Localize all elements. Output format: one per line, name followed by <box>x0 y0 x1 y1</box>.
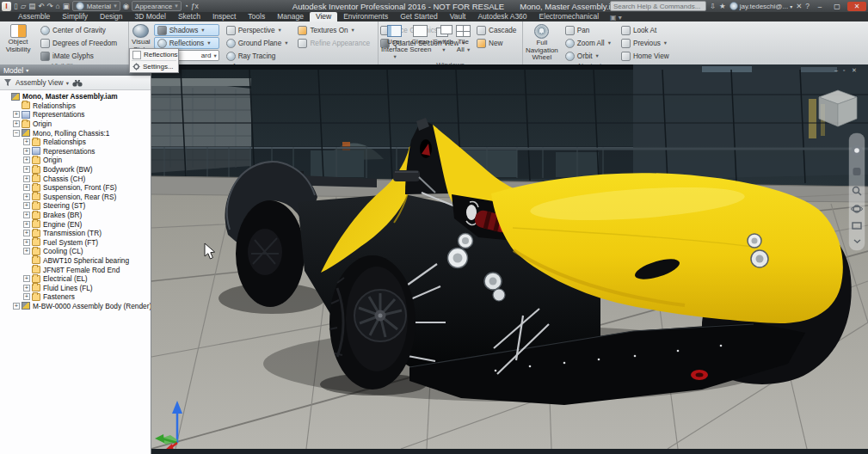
tree-item[interactable]: +Electrical (EL) <box>0 274 151 284</box>
tab-vault[interactable]: Vault <box>444 12 472 21</box>
render-icon[interactable]: ▣ <box>63 2 70 10</box>
clean-screen-button[interactable]: Clean Screen <box>409 23 431 53</box>
expand-icon[interactable]: + <box>23 230 30 236</box>
tree-item[interactable]: Mono, Master Assembly.iam <box>0 92 151 101</box>
center-of-gravity-button[interactable]: Center of Gravity <box>37 24 120 36</box>
search-input[interactable]: Search Help & Commands... <box>610 1 706 11</box>
tab-3d-model[interactable]: 3D Model <box>129 12 172 21</box>
full-navigation-wheel-button[interactable]: Full Navigation Wheel <box>526 23 558 62</box>
minimize-button[interactable]: – <box>813 2 827 11</box>
tab-inspect[interactable]: Inspect <box>206 12 242 21</box>
expand-icon[interactable]: + <box>13 111 20 118</box>
tree-item[interactable]: +Bodywork (BW) <box>0 165 151 175</box>
expand-icon[interactable]: + <box>23 156 30 163</box>
expand-icon[interactable]: + <box>23 239 30 246</box>
expand-icon[interactable]: + <box>23 175 30 182</box>
tab-get-started[interactable]: Get Started <box>394 12 443 21</box>
tree-item[interactable]: +Transmission (TR) <box>0 229 151 238</box>
navigation-bar[interactable] <box>849 133 865 250</box>
assembly-view-selector[interactable]: Assembly View ▾ <box>15 79 69 87</box>
maximize-button[interactable]: ▢ <box>830 2 844 11</box>
expand-icon[interactable]: + <box>23 193 30 200</box>
screencast-icon[interactable]: ▣ ▾ <box>605 14 627 21</box>
expand-icon[interactable]: + <box>13 303 20 310</box>
tree-item[interactable]: +M-BW-0000 Assembly Body (Render):1 <box>0 302 151 311</box>
user-interface-button[interactable]: User Interface ▾ <box>381 23 408 61</box>
expand-icon[interactable]: + <box>13 120 20 127</box>
ground-plane-button[interactable]: Ground Plane▾ <box>223 37 292 49</box>
expand-icon[interactable]: + <box>23 212 30 218</box>
switch-button[interactable]: Switch ▾ <box>433 23 453 53</box>
open-file-icon[interactable]: ▱ <box>21 2 27 10</box>
tab-assemble[interactable]: Assemble <box>12 12 56 21</box>
tree-item[interactable]: Relationships <box>0 101 151 111</box>
tree-item[interactable]: ABWT10 Spherical bearing <box>0 256 151 266</box>
a360-icon[interactable]: ✕ <box>796 2 802 10</box>
pan-icon[interactable] <box>853 168 861 175</box>
zoom-all-button[interactable]: Zoom All▾ <box>562 37 614 49</box>
tree-item[interactable]: +Engine (EN) <box>0 219 151 229</box>
collapse-icon[interactable]: − <box>13 130 20 137</box>
sign-in-icon[interactable]: ⇩ <box>710 2 716 10</box>
expand-icon[interactable]: + <box>23 184 30 191</box>
cascade-button[interactable]: Cascade <box>473 24 520 36</box>
expand-icon[interactable]: + <box>23 138 30 145</box>
reflections-button[interactable]: Reflections▾ <box>154 37 219 49</box>
shadows-button[interactable]: Shadows▾ <box>154 24 219 36</box>
save-icon[interactable]: ▤ <box>28 2 35 10</box>
tree-item[interactable]: +Fluid Lines (FL) <box>0 283 151 292</box>
new-file-icon[interactable]: ▯ <box>14 2 18 10</box>
tree-item[interactable]: JFN8T Female Rod End <box>0 265 151 274</box>
expand-icon[interactable]: + <box>23 285 30 291</box>
tree-item[interactable]: +Fuel System (FT) <box>0 238 151 248</box>
adjust-icon[interactable]: ◔ <box>184 2 188 10</box>
home-icon[interactable]: ⌂ <box>56 2 60 10</box>
orbit-button[interactable]: Orbit▾ <box>562 50 614 62</box>
tab-environments[interactable]: Environments <box>337 12 394 21</box>
tree-item[interactable]: +Relationships <box>0 138 151 147</box>
undo-icon[interactable]: ↶ <box>38 2 44 10</box>
expand-icon[interactable]: + <box>23 293 30 300</box>
refine-appearance-button[interactable]: Refine Appearance <box>294 37 373 49</box>
tree-item[interactable]: +Representations <box>0 147 151 156</box>
tab-design[interactable]: Design <box>94 12 128 21</box>
reflections-checkbox[interactable] <box>132 51 141 59</box>
user-account[interactable]: jay.tedeschi@...▾ <box>729 2 792 10</box>
expand-icon[interactable]: + <box>23 166 30 173</box>
material-browser-icon[interactable]: ◉ <box>123 2 129 10</box>
tree-item[interactable]: +Origin <box>0 156 151 165</box>
new-window-button[interactable]: New <box>473 37 520 49</box>
search-binoculars-icon[interactable] <box>72 79 83 87</box>
expand-icon[interactable]: + <box>23 248 30 255</box>
browser-header[interactable]: Model▾ <box>0 64 151 76</box>
expand-icon[interactable]: + <box>23 275 30 282</box>
degrees-of-freedom-button[interactable]: Degrees of Freedom <box>37 37 120 49</box>
redo-icon[interactable]: ↷ <box>46 2 52 10</box>
tab-electromechanical[interactable]: Electromechanical <box>533 12 605 21</box>
tree-item[interactable]: +Fasteners <box>0 292 151 302</box>
perspective-button[interactable]: Perspective▾ <box>223 24 292 36</box>
ray-tracing-button[interactable]: Ray Tracing <box>223 50 292 62</box>
expand-icon[interactable]: + <box>23 148 30 155</box>
viewport-3d-canvas[interactable]: –▫✕ <box>151 64 868 454</box>
tab-tools[interactable]: Tools <box>242 12 271 21</box>
favorites-star-icon[interactable]: ★ <box>719 2 726 10</box>
close-button[interactable]: ✕ <box>847 2 866 11</box>
tree-item[interactable]: +Suspension, Front (FS) <box>0 183 151 193</box>
parameters-icon[interactable]: ƒx <box>191 2 199 10</box>
tree-item[interactable]: +Brakes (BR) <box>0 211 151 220</box>
help-icon[interactable]: ? <box>805 2 810 10</box>
menu-item-settings[interactable]: Settings... <box>130 61 178 72</box>
viewcube[interactable] <box>819 90 857 126</box>
tree-item[interactable]: +Chassis (CH) <box>0 174 151 183</box>
filter-icon[interactable] <box>3 78 12 87</box>
material-combo[interactable]: Material▾ <box>72 1 120 11</box>
inventor-logo-icon[interactable]: I <box>2 2 11 11</box>
tree-item[interactable]: +Cooling (CL) <box>0 247 151 256</box>
expand-icon[interactable]: + <box>23 202 30 209</box>
tab-view[interactable]: View <box>310 12 337 21</box>
expand-icon[interactable]: + <box>23 221 30 228</box>
appearance-combo[interactable]: Appearance▾ <box>132 1 182 11</box>
tree-item[interactable]: +Steering (ST) <box>0 201 151 211</box>
object-visibility-button[interactable]: Object Visibility <box>3 23 34 53</box>
